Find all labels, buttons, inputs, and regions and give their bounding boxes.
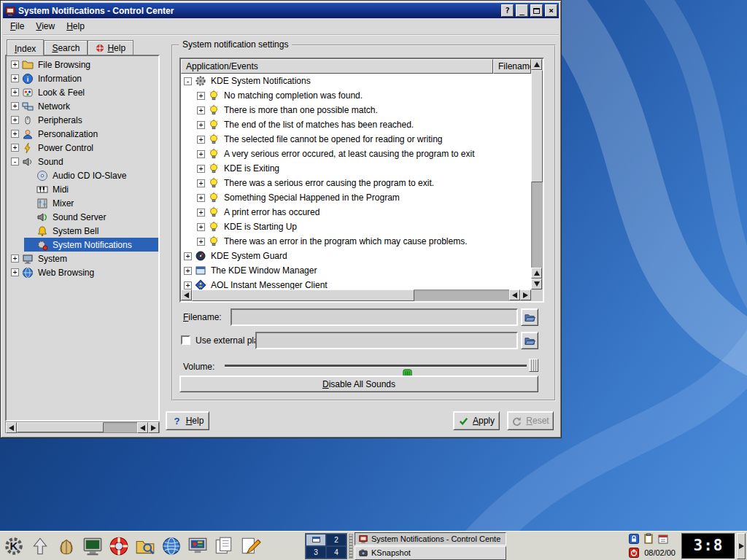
context-help-button[interactable]: ? bbox=[501, 4, 514, 17]
event-item-no-matching-completion-was-found[interactable]: +No matching completion was found. bbox=[181, 88, 531, 103]
pager-desktop-3[interactable]: 3 bbox=[306, 546, 326, 559]
expand-icon[interactable]: + bbox=[184, 267, 192, 275]
lifering-launcher-button[interactable] bbox=[107, 533, 131, 559]
collapse-icon[interactable]: - bbox=[11, 158, 19, 166]
editor-launcher-button[interactable] bbox=[238, 533, 263, 559]
event-item-a-very-serious-error-occured-at-least-causing-the-program-to-exit[interactable]: +A very serious error occured, at least … bbox=[181, 147, 531, 161]
expand-icon[interactable]: + bbox=[197, 223, 205, 231]
task-button-system-notifications-control-cente[interactable]: System Notifications - Control Cente bbox=[355, 532, 506, 546]
sidebar-item-information[interactable]: +iInformation bbox=[7, 71, 158, 85]
app-item-kde-system-guard[interactable]: +KDE System Guard bbox=[181, 249, 531, 263]
sidebar-horizontal-scrollbar[interactable] bbox=[5, 421, 160, 433]
globe-launcher-button[interactable] bbox=[159, 533, 184, 559]
tab-index[interactable]: Index bbox=[7, 39, 44, 55]
home-launcher-button[interactable] bbox=[133, 533, 158, 559]
sidebar-item-peripherals[interactable]: +Peripherals bbox=[7, 113, 158, 127]
event-item-a-print-error-has-occured[interactable]: +A print error has occured bbox=[181, 205, 531, 219]
pager-desktop-4[interactable]: 4 bbox=[326, 546, 347, 559]
pager-desktop-2[interactable]: 2 bbox=[326, 534, 347, 546]
event-item-there-is-more-than-one-possible-match[interactable]: +There is more than one possible match. bbox=[181, 103, 531, 117]
tab-help[interactable]: Help bbox=[88, 40, 133, 55]
event-item-there-was-an-error-in-the-program-which-may-cause-problems[interactable]: +There was an error in the program which… bbox=[181, 234, 531, 249]
sidebar-item-audio-cd-io-slave[interactable]: Audio CD IO-Slave bbox=[7, 168, 158, 182]
expand-icon[interactable]: + bbox=[197, 194, 205, 202]
expand-icon[interactable]: + bbox=[11, 88, 19, 96]
external-player-input[interactable] bbox=[255, 332, 518, 349]
pager-desktop-1[interactable] bbox=[306, 534, 326, 546]
app-item-kde-system-notifications[interactable]: -KDE System Notifications bbox=[181, 74, 531, 88]
scroll-up-button-2[interactable] bbox=[531, 268, 542, 279]
event-item-kde-is-starting-up[interactable]: +KDE is Starting Up bbox=[181, 219, 531, 234]
list-horizontal-scrollbar[interactable] bbox=[181, 289, 531, 301]
task-button-ksnapshot[interactable]: KSnapshot bbox=[355, 546, 506, 560]
external-player-browse-button[interactable] bbox=[521, 332, 538, 349]
expand-icon[interactable]: + bbox=[11, 116, 19, 124]
scroll-left-button[interactable] bbox=[181, 289, 192, 300]
column-filename[interactable]: Filename bbox=[493, 59, 531, 74]
sidebar-item-network[interactable]: +Network bbox=[7, 99, 158, 113]
sidebar-item-look-feel[interactable]: +Look & Feel bbox=[7, 85, 158, 99]
kcc-launcher-button[interactable] bbox=[185, 533, 210, 559]
expand-icon[interactable]: + bbox=[197, 165, 205, 173]
scroll-left-button-2[interactable] bbox=[137, 422, 148, 433]
expand-icon[interactable]: + bbox=[11, 130, 19, 138]
sidebar-item-midi[interactable]: Midi bbox=[7, 182, 158, 196]
sidebar-item-mixer[interactable]: Mixer bbox=[7, 196, 158, 210]
digital-clock[interactable]: 3:8 bbox=[681, 533, 735, 559]
scroll-down-button[interactable] bbox=[531, 279, 542, 289]
column-application-events[interactable]: Application/Events bbox=[181, 59, 493, 74]
expand-icon[interactable]: + bbox=[197, 209, 205, 217]
sidebar-item-personalization[interactable]: +Personalization bbox=[7, 127, 158, 141]
sidebar-item-system-bell[interactable]: System Bell bbox=[7, 224, 158, 238]
expand-icon[interactable]: + bbox=[11, 268, 19, 276]
expand-icon[interactable]: + bbox=[197, 150, 205, 158]
expand-icon[interactable]: + bbox=[197, 136, 205, 144]
windowlist-launcher-button[interactable] bbox=[28, 533, 53, 559]
help-button[interactable]: ?Help bbox=[166, 411, 209, 430]
expand-icon[interactable]: + bbox=[197, 179, 205, 187]
expand-icon[interactable]: + bbox=[197, 238, 205, 246]
konsole-launcher-button[interactable] bbox=[54, 533, 79, 559]
logout-tray-button[interactable] bbox=[627, 546, 640, 559]
apply-button[interactable]: Apply bbox=[453, 411, 500, 430]
sidebar-item-file-browsing[interactable]: +File Browsing bbox=[7, 58, 158, 71]
expand-icon[interactable]: + bbox=[11, 144, 19, 152]
scroll-up-button[interactable] bbox=[531, 59, 542, 70]
event-item-something-special-happened-in-the-program[interactable]: +Something Special Happened in the Progr… bbox=[181, 190, 531, 205]
menu-help[interactable]: Help bbox=[61, 19, 90, 34]
menu-file[interactable]: File bbox=[4, 19, 30, 34]
external-player-checkbox[interactable] bbox=[181, 335, 190, 345]
applet-handle[interactable] bbox=[349, 534, 353, 559]
filename-browse-button[interactable] bbox=[521, 308, 538, 326]
expand-icon[interactable]: + bbox=[11, 74, 19, 82]
scroll-right-button[interactable] bbox=[520, 289, 531, 300]
terminal-launcher-button[interactable] bbox=[80, 533, 105, 559]
scrollbar-track[interactable] bbox=[17, 422, 137, 432]
expand-icon[interactable]: + bbox=[184, 252, 192, 260]
app-item-aol-instant-messenger-client[interactable]: +AOL Instant Messenger Client bbox=[181, 278, 531, 289]
sidebar-item-web-browsing[interactable]: +Web Browsing bbox=[7, 265, 158, 279]
expand-icon[interactable]: + bbox=[197, 121, 205, 129]
event-item-the-selected-file-cannot-be-opened-for-reading-or-writing[interactable]: +The selected file cannot be opened for … bbox=[181, 132, 531, 147]
expand-icon[interactable]: + bbox=[11, 102, 19, 110]
kmenu-launcher-button[interactable]: K bbox=[1, 533, 26, 559]
expand-icon[interactable]: + bbox=[197, 92, 205, 100]
scroll-left-button-2[interactable] bbox=[509, 289, 520, 300]
lock-tray-button[interactable] bbox=[627, 532, 640, 545]
sidebar-item-sound[interactable]: -Sound bbox=[7, 155, 158, 168]
event-item-the-end-of-the-list-of-matches-has-been-reached[interactable]: +The end of the list of matches has been… bbox=[181, 117, 531, 132]
scrollbar-thumb[interactable] bbox=[17, 422, 104, 432]
panel-hide-button[interactable] bbox=[737, 533, 746, 559]
disable-all-sounds-button[interactable]: Disable All Sounds bbox=[179, 376, 538, 392]
scrollbar-track[interactable] bbox=[192, 289, 509, 301]
sidebar-item-power-control[interactable]: +Power Control bbox=[7, 141, 158, 155]
tab-search[interactable]: Search bbox=[44, 40, 88, 55]
notes-launcher-button[interactable] bbox=[212, 533, 236, 559]
volume-slider[interactable] bbox=[223, 358, 538, 373]
menu-view[interactable]: View bbox=[30, 19, 61, 34]
volume-slider-handle[interactable] bbox=[529, 359, 538, 372]
sidebar-item-sound-server[interactable]: Sound Server bbox=[7, 210, 158, 224]
collapse-icon[interactable]: - bbox=[184, 77, 192, 85]
expand-icon[interactable]: + bbox=[197, 106, 205, 114]
minimize-button[interactable]: _ bbox=[516, 4, 528, 17]
